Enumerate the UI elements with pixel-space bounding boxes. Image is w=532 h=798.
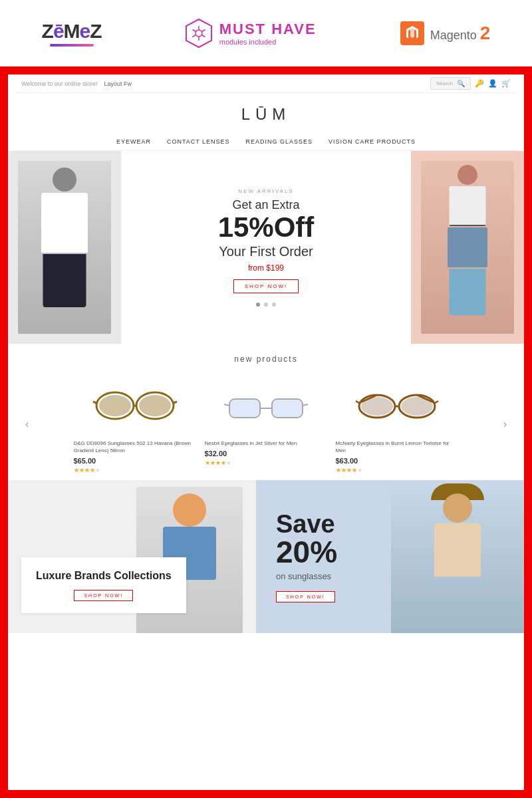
promo-left-shop-now-button[interactable]: SHOP NOW! [74, 590, 133, 601]
carousel-next-arrow[interactable]: › [499, 418, 511, 430]
promo-right: Save 20% on sunglasses SHOP NOW! [256, 480, 524, 633]
product-image-3 [336, 374, 459, 434]
product-card: D&G DD8096 Sunglasses 502 13 Havana (Bro… [74, 374, 197, 473]
must-have-badge: MUST HAVE modules included [185, 18, 317, 49]
store-nav: EYEWEAR CONTACT LENSES READING GLASSES V… [15, 133, 517, 151]
welcome-text: Welcome to our online store! [21, 80, 97, 87]
promo-left: Luxure Brands Collections SHOP NOW! [8, 480, 256, 633]
promo-right-shop-now-button[interactable]: SHOP NOW! [276, 591, 335, 602]
product-stars-1: ★★★★★ [74, 467, 197, 473]
product-card: Nesbit Eyeglasses in Jet Silver for Men … [205, 374, 328, 473]
svg-line-4 [192, 29, 196, 31]
hero-section: NEW ARRIVALS Get an Extra 15%Off Your Fi… [8, 151, 524, 344]
products-grid: D&G DD8096 Sunglasses 502 13 Havana (Bro… [33, 374, 499, 473]
hexagon-icon [185, 18, 213, 49]
products-carousel: ‹ [21, 374, 511, 473]
hero-headline1: Get an Extra [232, 198, 299, 212]
svg-line-20 [303, 404, 308, 406]
nav-vision-care[interactable]: VISION CARE PRODUCTS [329, 138, 416, 145]
carousel-prev-arrow[interactable]: ‹ [21, 418, 33, 430]
promo-percent-text: 20% [276, 537, 337, 567]
svg-rect-21 [230, 400, 259, 417]
must-have-title: MUST HAVE [219, 21, 317, 38]
product-image-1 [74, 374, 197, 434]
svg-line-19 [224, 404, 229, 406]
hero-right-image [411, 151, 524, 344]
product-stars-2: ★★★★★ [205, 460, 328, 466]
store-middle: LŪM [15, 93, 517, 133]
nav-contact-lenses[interactable]: CONTACT LENSES [167, 138, 230, 145]
nav-eyewear[interactable]: EYEWEAR [116, 138, 151, 145]
hero-headline3: Your First Order [219, 244, 313, 259]
promo-right-content: Save 20% on sunglasses SHOP NOW! [276, 511, 337, 602]
bottom-promo: Luxure Brands Collections SHOP NOW! Save… [8, 480, 524, 633]
svg-point-1 [196, 30, 202, 37]
magento-label: Magento 2 [430, 23, 491, 44]
promo-subtitle: on sunglasses [276, 571, 337, 581]
store-logo: LŪM [241, 98, 291, 130]
hero-dot-1[interactable] [256, 303, 260, 307]
store-search-bar[interactable]: Search 🔍 [430, 77, 471, 90]
promo-left-title: Luxure Brands Collections [36, 569, 172, 583]
promo-left-box: Luxure Brands Collections SHOP NOW! [21, 557, 186, 614]
product-card: McNarty Eyeglasses in Burnt Lemon Tortoi… [336, 374, 459, 473]
products-section-title: new products [21, 354, 511, 364]
topbar-links: Welcome to our online store! Layout Fw [21, 80, 132, 87]
product-stars-3: ★★★★★ [336, 467, 459, 473]
user-icon[interactable]: 👤 [488, 79, 497, 88]
product-name-1: D&G DD8096 Sunglasses 502 13 Havana (Bro… [74, 440, 197, 454]
store-topbar: Welcome to our online store! Layout Fw S… [15, 74, 517, 93]
hero-center: NEW ARRIVALS Get an Extra 15%Off Your Fi… [121, 151, 411, 344]
red-wrapper: Welcome to our online store! Layout Fw S… [0, 66, 532, 798]
product-price-1: $65.00 [74, 457, 197, 465]
svg-line-29 [435, 401, 438, 403]
svg-line-15 [174, 402, 177, 403]
hero-price: from $199 [248, 263, 284, 273]
product-price-2: $32.00 [205, 450, 328, 458]
svg-line-7 [201, 29, 205, 31]
hero-dots [256, 303, 276, 307]
search-icon[interactable]: 🔍 [457, 80, 465, 87]
hero-dot-3[interactable] [272, 303, 276, 307]
svg-point-12 [139, 395, 171, 416]
hero-shop-now-button[interactable]: SHOP NOW! [233, 279, 299, 293]
svg-line-6 [192, 35, 196, 37]
store: Welcome to our online store! Layout Fw S… [8, 74, 524, 790]
svg-marker-0 [186, 19, 211, 47]
magento-icon [400, 21, 425, 46]
hero-dot-2[interactable] [264, 303, 268, 307]
svg-point-11 [99, 395, 131, 416]
cart-icon[interactable]: 🛒 [501, 79, 511, 88]
top-banner: ZēMeZ MUST HAVE modules included [0, 0, 532, 66]
nav-reading-glasses[interactable]: READING GLASSES [246, 138, 313, 145]
product-image-2 [205, 374, 328, 434]
hero-discount: 15%Off [218, 213, 315, 241]
product-name-3: McNarty Eyeglasses in Burnt Lemon Tortoi… [336, 440, 459, 454]
products-section: new products ‹ [8, 344, 524, 480]
hero-new-arrivals: NEW ARRIVALS [238, 188, 293, 194]
search-placeholder-text: Search [436, 80, 453, 86]
promo-save-text: Save [276, 511, 337, 537]
svg-line-14 [93, 402, 96, 403]
magento-logo: Magento 2 [400, 21, 491, 46]
layout-link[interactable]: Layout Fw [104, 80, 132, 87]
zemes-logo: ZēMeZ [42, 20, 102, 47]
svg-rect-22 [273, 400, 302, 417]
hero-left-image [8, 151, 121, 344]
product-price-3: $63.00 [336, 457, 459, 465]
must-have-subtitle: modules included [219, 38, 317, 46]
product-name-2: Nesbit Eyeglasses in Jet Silver for Men [205, 440, 328, 447]
store-header: Welcome to our online store! Layout Fw S… [8, 74, 524, 151]
key-icon: 🔑 [475, 79, 484, 88]
topbar-icons: Search 🔍 🔑 👤 🛒 [430, 77, 511, 90]
svg-line-28 [356, 401, 359, 403]
svg-line-5 [201, 35, 205, 37]
